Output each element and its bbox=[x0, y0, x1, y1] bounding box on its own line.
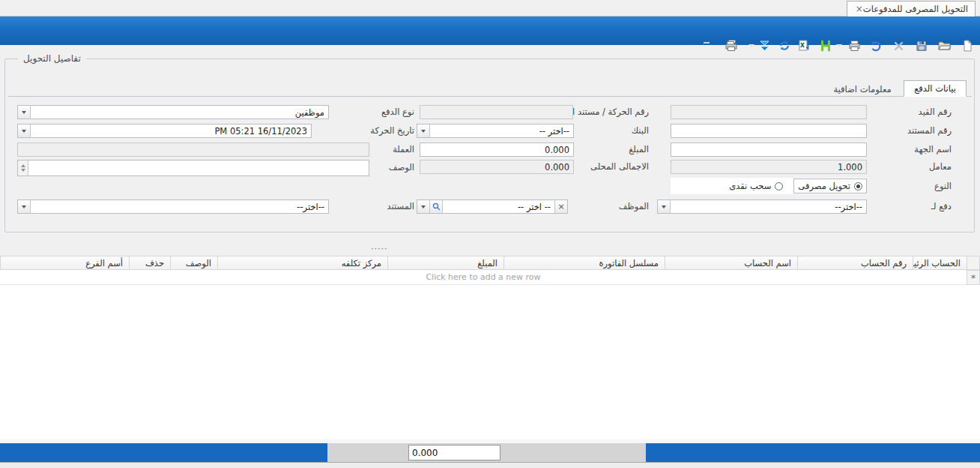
save-icon[interactable] bbox=[914, 38, 929, 53]
type-label: النوع bbox=[934, 179, 952, 194]
close-icon[interactable]: × bbox=[856, 4, 863, 14]
entry-no-label: رقم القيد bbox=[919, 105, 952, 119]
description-label: الوصف bbox=[389, 160, 414, 175]
document-tab[interactable]: التحويل المصرفى للمدفوعات × bbox=[847, 1, 976, 16]
radio-cash-withdrawal[interactable]: سحب نقدى bbox=[729, 181, 783, 191]
green-h-icon[interactable] bbox=[818, 38, 833, 53]
doc-no-label: رقم المستند bbox=[907, 124, 952, 138]
column-header-account-name[interactable]: اسم الحساب bbox=[665, 256, 798, 270]
overflow-icon[interactable] bbox=[701, 38, 712, 53]
double-down-icon[interactable] bbox=[757, 38, 772, 53]
delete-icon[interactable] bbox=[891, 38, 906, 53]
bank-combo[interactable]: --اختر -- bbox=[417, 124, 574, 138]
column-header-invoice-serial[interactable]: مسلسل الفاتورة bbox=[503, 256, 665, 270]
row-indicator-header bbox=[967, 256, 980, 270]
tab-payment-data[interactable]: بيانات الدفع bbox=[904, 80, 967, 97]
column-header-cost-center[interactable]: مركز تكلفه bbox=[217, 256, 388, 270]
amount-label: المبلغ bbox=[629, 142, 649, 157]
green-h-dropdown-caret[interactable] bbox=[836, 44, 842, 47]
entry-no-field[interactable] bbox=[671, 105, 867, 119]
description-field[interactable] bbox=[17, 160, 369, 176]
chevron-down-icon[interactable] bbox=[658, 200, 671, 213]
document-label: المستند bbox=[387, 200, 414, 214]
footer-bottom-strip bbox=[0, 463, 980, 468]
local-total-label: الاجمالى المحلى bbox=[590, 160, 649, 174]
trx-no-field[interactable] bbox=[420, 105, 573, 119]
trx-date-label: تاريخ الحركة bbox=[370, 124, 414, 138]
doc-no-field[interactable] bbox=[671, 124, 867, 138]
document-tab-title: التحويل المصرفى للمدفوعات bbox=[863, 4, 968, 14]
column-header-main-account[interactable]: الحساب الرئيسى bbox=[913, 256, 967, 270]
footer-bar: 0.000 bbox=[0, 443, 980, 463]
column-header-delete[interactable]: حذف bbox=[129, 256, 171, 270]
excel-export-icon[interactable] bbox=[796, 38, 811, 53]
new-row-indicator: * bbox=[967, 270, 980, 285]
clear-icon[interactable]: × bbox=[554, 200, 567, 213]
pay-to-label: دفع لـ bbox=[931, 200, 952, 214]
local-total-field[interactable]: 0.000 bbox=[420, 160, 574, 174]
batch-print-dropdown-caret[interactable] bbox=[748, 44, 754, 47]
chevron-down-icon[interactable] bbox=[18, 124, 31, 137]
grid-body[interactable] bbox=[0, 285, 980, 440]
pay-to-combo[interactable]: --اختر-- bbox=[657, 200, 867, 214]
chevron-down-icon[interactable] bbox=[18, 106, 31, 118]
employee-lookup-combo[interactable]: × -- اختر -- bbox=[417, 200, 568, 214]
column-header-account-no[interactable]: رقم الحساب bbox=[797, 256, 913, 270]
new-document-icon[interactable] bbox=[960, 38, 975, 53]
batch-print-icon[interactable] bbox=[724, 38, 739, 53]
employee-label: الموظف bbox=[619, 200, 649, 214]
splitter-dots-icon: ····· bbox=[371, 244, 387, 254]
refresh-icon[interactable] bbox=[777, 38, 792, 53]
radio-bank-transfer[interactable]: تحويل مصرفى bbox=[793, 178, 867, 194]
chevron-down-icon[interactable] bbox=[417, 200, 430, 213]
splitter-handle[interactable]: ····· bbox=[0, 246, 980, 256]
entity-name-label: اسم الجهة bbox=[914, 142, 952, 157]
tab-divider bbox=[8, 96, 972, 97]
spinner-icon[interactable] bbox=[18, 160, 28, 176]
main-toolbar bbox=[0, 16, 980, 45]
document-combo[interactable]: --اختر-- bbox=[17, 200, 329, 214]
type-radio-group: تحويل مصرفى سحب نقدى bbox=[671, 178, 867, 194]
amount-field[interactable]: 0.000 bbox=[420, 142, 574, 157]
radio-unselected-icon bbox=[775, 182, 783, 190]
currency-field[interactable] bbox=[17, 142, 369, 157]
chevron-down-icon[interactable] bbox=[417, 124, 430, 137]
groupbox-caption: تفاصيل التحويل bbox=[18, 53, 86, 64]
factor-label: معامل bbox=[929, 160, 952, 174]
entity-name-field[interactable] bbox=[671, 142, 867, 157]
footer-total-field[interactable]: 0.000 bbox=[408, 445, 500, 460]
column-header-description[interactable]: الوصف bbox=[170, 256, 218, 270]
bank-label: البنك bbox=[632, 124, 649, 138]
factor-field[interactable]: 1.000 bbox=[671, 160, 867, 174]
chevron-down-icon[interactable] bbox=[18, 200, 31, 213]
pay-type-label: نوع الدفع bbox=[381, 105, 414, 119]
currency-label: العملة bbox=[393, 142, 414, 157]
column-header-amount[interactable]: المبلغ bbox=[387, 256, 504, 270]
grid-new-row[interactable]: Click here to add a new row bbox=[0, 270, 967, 285]
undo-icon[interactable] bbox=[868, 38, 883, 53]
tab-extra-info[interactable]: معلومات اضافية bbox=[824, 82, 901, 96]
pay-type-combo[interactable]: موظفين bbox=[17, 105, 329, 119]
column-header-branch-name[interactable]: أسم الفرع bbox=[0, 256, 130, 270]
app-window: التحويل المصرفى للمدفوعات × bbox=[0, 0, 980, 468]
search-icon[interactable] bbox=[430, 200, 443, 213]
print-icon[interactable] bbox=[847, 38, 862, 53]
open-folder-icon[interactable] bbox=[937, 38, 952, 53]
document-tab-strip: التحويل المصرفى للمدفوعات × bbox=[0, 0, 980, 16]
trx-date-picker[interactable]: PM 05:21 16/11/2023 bbox=[17, 124, 312, 138]
radio-selected-icon bbox=[854, 182, 862, 190]
